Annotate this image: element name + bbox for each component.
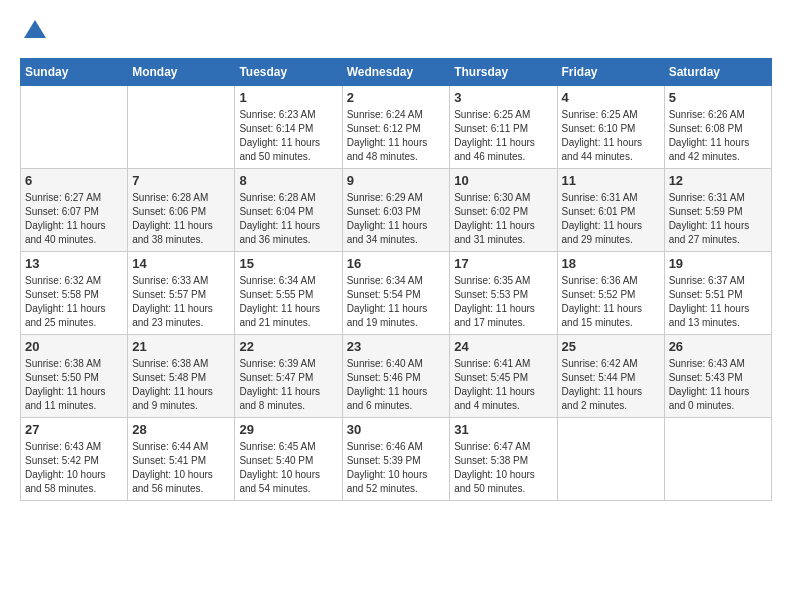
calendar-cell — [128, 86, 235, 169]
calendar-cell: 9Sunrise: 6:29 AM Sunset: 6:03 PM Daylig… — [342, 169, 450, 252]
calendar-cell: 18Sunrise: 6:36 AM Sunset: 5:52 PM Dayli… — [557, 252, 664, 335]
calendar-cell: 24Sunrise: 6:41 AM Sunset: 5:45 PM Dayli… — [450, 335, 557, 418]
day-info: Sunrise: 6:30 AM Sunset: 6:02 PM Dayligh… — [454, 191, 552, 247]
day-info: Sunrise: 6:41 AM Sunset: 5:45 PM Dayligh… — [454, 357, 552, 413]
header-monday: Monday — [128, 59, 235, 86]
day-info: Sunrise: 6:24 AM Sunset: 6:12 PM Dayligh… — [347, 108, 446, 164]
day-info: Sunrise: 6:29 AM Sunset: 6:03 PM Dayligh… — [347, 191, 446, 247]
day-info: Sunrise: 6:39 AM Sunset: 5:47 PM Dayligh… — [239, 357, 337, 413]
calendar-cell: 7Sunrise: 6:28 AM Sunset: 6:06 PM Daylig… — [128, 169, 235, 252]
calendar-cell: 4Sunrise: 6:25 AM Sunset: 6:10 PM Daylig… — [557, 86, 664, 169]
calendar-cell: 31Sunrise: 6:47 AM Sunset: 5:38 PM Dayli… — [450, 418, 557, 501]
calendar-week-4: 20Sunrise: 6:38 AM Sunset: 5:50 PM Dayli… — [21, 335, 772, 418]
header-thursday: Thursday — [450, 59, 557, 86]
calendar-cell: 14Sunrise: 6:33 AM Sunset: 5:57 PM Dayli… — [128, 252, 235, 335]
header-saturday: Saturday — [664, 59, 771, 86]
header-wednesday: Wednesday — [342, 59, 450, 86]
day-info: Sunrise: 6:28 AM Sunset: 6:04 PM Dayligh… — [239, 191, 337, 247]
day-info: Sunrise: 6:35 AM Sunset: 5:53 PM Dayligh… — [454, 274, 552, 330]
calendar-header-row: SundayMondayTuesdayWednesdayThursdayFrid… — [21, 59, 772, 86]
day-number: 25 — [562, 339, 660, 354]
day-number: 4 — [562, 90, 660, 105]
calendar-week-3: 13Sunrise: 6:32 AM Sunset: 5:58 PM Dayli… — [21, 252, 772, 335]
day-number: 20 — [25, 339, 123, 354]
day-number: 29 — [239, 422, 337, 437]
day-info: Sunrise: 6:31 AM Sunset: 5:59 PM Dayligh… — [669, 191, 767, 247]
day-info: Sunrise: 6:43 AM Sunset: 5:42 PM Dayligh… — [25, 440, 123, 496]
day-info: Sunrise: 6:38 AM Sunset: 5:50 PM Dayligh… — [25, 357, 123, 413]
day-number: 2 — [347, 90, 446, 105]
calendar-cell: 23Sunrise: 6:40 AM Sunset: 5:46 PM Dayli… — [342, 335, 450, 418]
calendar-cell: 17Sunrise: 6:35 AM Sunset: 5:53 PM Dayli… — [450, 252, 557, 335]
day-info: Sunrise: 6:40 AM Sunset: 5:46 PM Dayligh… — [347, 357, 446, 413]
calendar-cell: 29Sunrise: 6:45 AM Sunset: 5:40 PM Dayli… — [235, 418, 342, 501]
svg-marker-0 — [24, 20, 46, 38]
header-sunday: Sunday — [21, 59, 128, 86]
day-number: 16 — [347, 256, 446, 271]
calendar-cell: 15Sunrise: 6:34 AM Sunset: 5:55 PM Dayli… — [235, 252, 342, 335]
header-tuesday: Tuesday — [235, 59, 342, 86]
day-info: Sunrise: 6:46 AM Sunset: 5:39 PM Dayligh… — [347, 440, 446, 496]
day-number: 27 — [25, 422, 123, 437]
day-info: Sunrise: 6:37 AM Sunset: 5:51 PM Dayligh… — [669, 274, 767, 330]
calendar-cell: 10Sunrise: 6:30 AM Sunset: 6:02 PM Dayli… — [450, 169, 557, 252]
calendar-cell: 19Sunrise: 6:37 AM Sunset: 5:51 PM Dayli… — [664, 252, 771, 335]
day-info: Sunrise: 6:34 AM Sunset: 5:54 PM Dayligh… — [347, 274, 446, 330]
day-number: 12 — [669, 173, 767, 188]
day-info: Sunrise: 6:26 AM Sunset: 6:08 PM Dayligh… — [669, 108, 767, 164]
day-number: 1 — [239, 90, 337, 105]
calendar-cell: 30Sunrise: 6:46 AM Sunset: 5:39 PM Dayli… — [342, 418, 450, 501]
calendar-cell: 26Sunrise: 6:43 AM Sunset: 5:43 PM Dayli… — [664, 335, 771, 418]
day-number: 13 — [25, 256, 123, 271]
day-number: 5 — [669, 90, 767, 105]
day-number: 15 — [239, 256, 337, 271]
day-number: 9 — [347, 173, 446, 188]
day-info: Sunrise: 6:27 AM Sunset: 6:07 PM Dayligh… — [25, 191, 123, 247]
calendar-week-5: 27Sunrise: 6:43 AM Sunset: 5:42 PM Dayli… — [21, 418, 772, 501]
day-number: 22 — [239, 339, 337, 354]
calendar-cell: 21Sunrise: 6:38 AM Sunset: 5:48 PM Dayli… — [128, 335, 235, 418]
calendar-cell: 2Sunrise: 6:24 AM Sunset: 6:12 PM Daylig… — [342, 86, 450, 169]
day-info: Sunrise: 6:25 AM Sunset: 6:11 PM Dayligh… — [454, 108, 552, 164]
calendar-cell: 6Sunrise: 6:27 AM Sunset: 6:07 PM Daylig… — [21, 169, 128, 252]
day-number: 19 — [669, 256, 767, 271]
calendar-week-1: 1Sunrise: 6:23 AM Sunset: 6:14 PM Daylig… — [21, 86, 772, 169]
day-number: 11 — [562, 173, 660, 188]
day-info: Sunrise: 6:47 AM Sunset: 5:38 PM Dayligh… — [454, 440, 552, 496]
day-number: 18 — [562, 256, 660, 271]
calendar-cell: 27Sunrise: 6:43 AM Sunset: 5:42 PM Dayli… — [21, 418, 128, 501]
day-info: Sunrise: 6:23 AM Sunset: 6:14 PM Dayligh… — [239, 108, 337, 164]
calendar-cell: 5Sunrise: 6:26 AM Sunset: 6:08 PM Daylig… — [664, 86, 771, 169]
header-friday: Friday — [557, 59, 664, 86]
day-info: Sunrise: 6:31 AM Sunset: 6:01 PM Dayligh… — [562, 191, 660, 247]
calendar-cell: 3Sunrise: 6:25 AM Sunset: 6:11 PM Daylig… — [450, 86, 557, 169]
calendar-cell: 20Sunrise: 6:38 AM Sunset: 5:50 PM Dayli… — [21, 335, 128, 418]
calendar-cell — [557, 418, 664, 501]
calendar-cell: 8Sunrise: 6:28 AM Sunset: 6:04 PM Daylig… — [235, 169, 342, 252]
day-info: Sunrise: 6:25 AM Sunset: 6:10 PM Dayligh… — [562, 108, 660, 164]
day-info: Sunrise: 6:42 AM Sunset: 5:44 PM Dayligh… — [562, 357, 660, 413]
day-number: 6 — [25, 173, 123, 188]
page-header — [20, 20, 772, 42]
calendar-week-2: 6Sunrise: 6:27 AM Sunset: 6:07 PM Daylig… — [21, 169, 772, 252]
day-number: 23 — [347, 339, 446, 354]
calendar-cell: 11Sunrise: 6:31 AM Sunset: 6:01 PM Dayli… — [557, 169, 664, 252]
day-info: Sunrise: 6:45 AM Sunset: 5:40 PM Dayligh… — [239, 440, 337, 496]
day-number: 26 — [669, 339, 767, 354]
calendar-cell: 13Sunrise: 6:32 AM Sunset: 5:58 PM Dayli… — [21, 252, 128, 335]
day-number: 10 — [454, 173, 552, 188]
day-number: 28 — [132, 422, 230, 437]
day-info: Sunrise: 6:33 AM Sunset: 5:57 PM Dayligh… — [132, 274, 230, 330]
day-number: 8 — [239, 173, 337, 188]
calendar-table: SundayMondayTuesdayWednesdayThursdayFrid… — [20, 58, 772, 501]
calendar-cell: 22Sunrise: 6:39 AM Sunset: 5:47 PM Dayli… — [235, 335, 342, 418]
day-info: Sunrise: 6:34 AM Sunset: 5:55 PM Dayligh… — [239, 274, 337, 330]
day-info: Sunrise: 6:36 AM Sunset: 5:52 PM Dayligh… — [562, 274, 660, 330]
day-info: Sunrise: 6:28 AM Sunset: 6:06 PM Dayligh… — [132, 191, 230, 247]
calendar-cell: 1Sunrise: 6:23 AM Sunset: 6:14 PM Daylig… — [235, 86, 342, 169]
day-number: 14 — [132, 256, 230, 271]
calendar-cell: 12Sunrise: 6:31 AM Sunset: 5:59 PM Dayli… — [664, 169, 771, 252]
day-number: 30 — [347, 422, 446, 437]
calendar-cell — [664, 418, 771, 501]
day-info: Sunrise: 6:43 AM Sunset: 5:43 PM Dayligh… — [669, 357, 767, 413]
